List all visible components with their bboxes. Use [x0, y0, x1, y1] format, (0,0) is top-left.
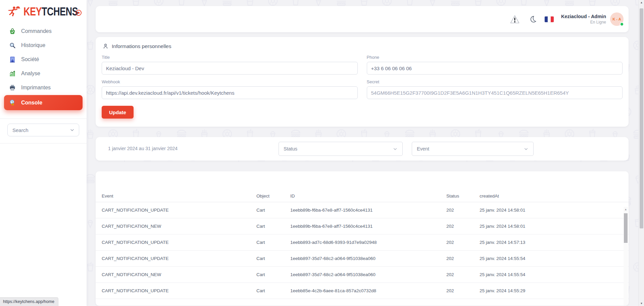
- table-row: CART_NOTIFICATION_NEW Cart 1eebb89b-f6ba…: [96, 218, 629, 234]
- sidebar-item-commandes[interactable]: Commandes: [0, 24, 87, 38]
- column-header-createdat: createdAt: [480, 193, 629, 199]
- personal-info-card: Informations personnelles Title Phone We…: [96, 37, 629, 127]
- cell-status: 202: [446, 272, 480, 277]
- search-dropdown-label: Search: [12, 127, 29, 133]
- cell-createdat: 25 janv. 2024 14:55:54: [480, 256, 629, 261]
- section-title: Informations personnelles: [112, 43, 171, 49]
- page-scrollbar-thumb[interactable]: [640, 8, 643, 228]
- cell-createdat: 25 janv. 2024 14:57:13: [480, 240, 629, 245]
- app-root: KEYTCHENS Commandes Historique Socié: [0, 0, 644, 306]
- cell-event: CART_NOTIFICATION_UPDATE: [102, 256, 256, 261]
- logo-text-tchens: TCHENS: [42, 5, 78, 18]
- cell-id: 1eebb85e-4c2b-6aee-81ca-857a2c0732d8: [290, 288, 446, 293]
- logo-runner-icon: [7, 5, 21, 19]
- sidebar: KEYTCHENS Commandes Historique Socié: [0, 0, 87, 306]
- sidebar-item-label: Analyse: [21, 71, 40, 77]
- logo-text: KEYTCHENS: [23, 5, 78, 18]
- console-alert-icon: [9, 99, 16, 106]
- cell-status: 202: [446, 288, 480, 293]
- status-filter-dropdown[interactable]: Status: [279, 142, 403, 156]
- french-flag-icon[interactable]: [545, 16, 554, 22]
- cell-object: Cart: [256, 256, 290, 261]
- chevron-down-icon: [524, 146, 529, 151]
- status-filter-label: Status: [284, 146, 297, 151]
- cell-object: Cart: [256, 208, 290, 213]
- cell-event: CART_NOTIFICATION_UPDATE: [102, 208, 256, 213]
- main-content: Keziacloud - Admin En Ligne K - A Inform…: [87, 0, 644, 306]
- cell-id: 1eebb897-35d7-68c2-a064-9f51038ea060: [290, 272, 446, 277]
- cell-createdat: 25 janv. 2024 14:55:29: [480, 288, 629, 293]
- moon-icon[interactable]: [529, 15, 537, 23]
- sidebar-collapse-toggle[interactable]: [76, 10, 82, 16]
- logo: KEYTCHENS: [0, 0, 87, 24]
- table-scrollbar-thumb[interactable]: [624, 213, 628, 243]
- cell-event: CART_NOTIFICATION_NEW: [102, 224, 256, 229]
- sidebar-item-imprimantes[interactable]: Imprimantes: [0, 81, 87, 95]
- sidebar-item-label: Console: [21, 100, 42, 106]
- title-input[interactable]: [102, 62, 358, 75]
- chevron-down-icon: [69, 127, 75, 133]
- warning-icon[interactable]: [510, 15, 520, 24]
- form-grid: Title Phone Webhook Secret: [102, 55, 623, 99]
- avatar[interactable]: K - A: [610, 12, 624, 26]
- chart-icon: [9, 70, 16, 77]
- title-label: Title: [102, 55, 358, 60]
- topbar: Keziacloud - Admin En Ligne K - A: [96, 6, 629, 32]
- webhook-input[interactable]: [102, 86, 358, 99]
- online-status-dot: [620, 22, 624, 26]
- table-scrollbar[interactable]: ▲: [624, 207, 628, 306]
- sidebar-item-analyse[interactable]: Analyse: [0, 67, 87, 81]
- sidebar-divider: [0, 119, 87, 119]
- webhook-label: Webhook: [102, 79, 358, 84]
- date-range-picker[interactable]: 1 janvier 2024 au 31 janvier 2024: [108, 146, 178, 151]
- table-row: CART_NOTIFICATION_UPDATE Cart 1eebb89b-f…: [96, 202, 629, 218]
- update-button[interactable]: Update: [102, 106, 134, 119]
- search-dropdown[interactable]: Search: [7, 124, 79, 136]
- page-scrollbar[interactable]: ▲ ▼: [638, 0, 644, 306]
- cell-object: Cart: [256, 272, 290, 277]
- cell-createdat: 25 janv. 2024 14:58:01: [480, 208, 629, 213]
- sidebar-menu: Commandes Historique Société Analyse: [0, 24, 87, 110]
- cell-id: 1eebb89b-f6ba-67e8-aff7-1560c4ce4131: [290, 224, 446, 229]
- sidebar-item-societe[interactable]: Société: [0, 52, 87, 67]
- cell-event: CART_NOTIFICATION_UPDATE: [102, 240, 256, 245]
- basket-icon: [9, 28, 16, 35]
- field-secret: Secret: [367, 79, 623, 99]
- scroll-down-icon[interactable]: ▼: [639, 302, 644, 305]
- column-header-id: ID: [290, 193, 446, 199]
- scroll-up-icon[interactable]: ▲: [639, 1, 644, 4]
- cell-createdat: 25 janv. 2024 14:55:54: [480, 272, 629, 277]
- user-menu[interactable]: Keziacloud - Admin En Ligne: [561, 14, 606, 25]
- secret-input[interactable]: [367, 86, 623, 99]
- cell-status: 202: [446, 240, 480, 245]
- table-row: CART_NOTIFICATION_NEW Cart 1eebb897-35d7…: [96, 267, 629, 283]
- sidebar-item-console[interactable]: Console: [4, 95, 83, 110]
- secret-label: Secret: [367, 79, 623, 84]
- table-row: CART_NOTIFICATION_UPDATE Cart 1eebb897-3…: [96, 251, 629, 267]
- filter-bar: 1 janvier 2024 au 31 janvier 2024 Status…: [96, 137, 629, 161]
- magnifier-icon: [9, 42, 16, 49]
- user-status: En Ligne: [561, 20, 606, 25]
- sidebar-item-label: Imprimantes: [21, 85, 51, 91]
- phone-label: Phone: [367, 55, 623, 60]
- cell-status: 202: [446, 256, 480, 261]
- building-icon: [9, 56, 16, 63]
- sidebar-item-label: Historique: [21, 42, 45, 48]
- phone-input[interactable]: [367, 62, 623, 75]
- scroll-up-icon[interactable]: ▲: [624, 207, 628, 212]
- cell-object: Cart: [256, 240, 290, 245]
- column-header-event: Event: [102, 193, 256, 199]
- cell-object: Cart: [256, 288, 290, 293]
- cell-id: 1eebb89b-f6ba-67e8-aff7-1560c4ce4131: [290, 208, 446, 213]
- cell-object: Cart: [256, 224, 290, 229]
- person-icon: [102, 43, 109, 49]
- table-row: CART_NOTIFICATION_UPDATE Cart 1eebb85e-4…: [96, 283, 629, 299]
- avatar-initials: K - A: [612, 17, 621, 21]
- cell-createdat: 25 janv. 2024 14:58:01: [480, 224, 629, 229]
- section-header: Informations personnelles: [102, 43, 623, 49]
- user-name: Keziacloud - Admin: [561, 14, 606, 19]
- cell-id: 1eebb893-ad7c-68d6-9393-91d7e9a02948: [290, 240, 446, 245]
- link-status-bar: https://keytchens.app/home: [0, 297, 58, 306]
- event-filter-dropdown[interactable]: Event: [412, 142, 534, 156]
- sidebar-item-historique[interactable]: Historique: [0, 38, 87, 52]
